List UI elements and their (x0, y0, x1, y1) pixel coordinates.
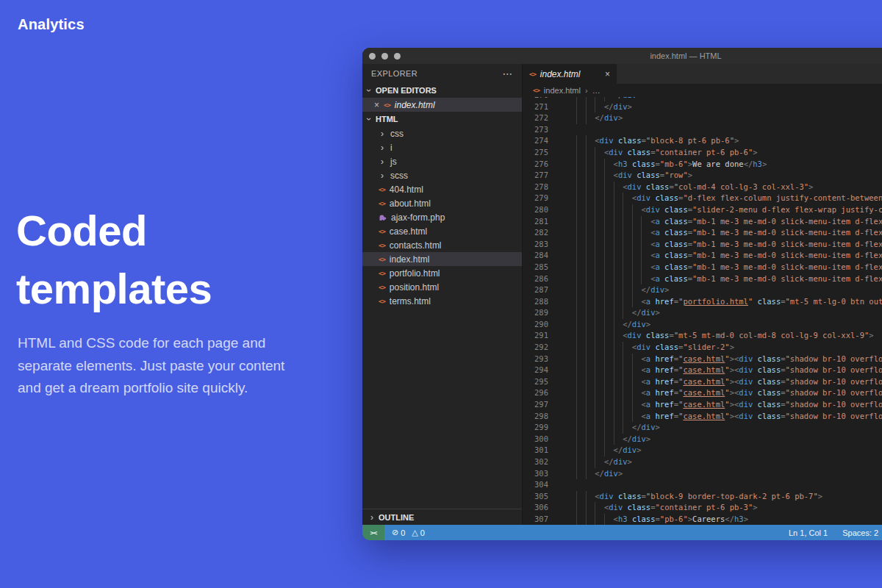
code-line[interactable]: 285<a class="mb-1 me-3 me-md-0 slick-men… (523, 262, 882, 273)
code-line[interactable]: 289</div> (523, 307, 882, 319)
file-item-about-html[interactable]: <>about.html (362, 196, 522, 210)
open-editor-item-index-html[interactable]: × <> index.html (362, 98, 522, 112)
code-line[interactable]: 294<a href="case.html"><div class="shado… (523, 365, 882, 376)
outline-section-header[interactable]: › OUTLINE (362, 509, 522, 525)
code-line[interactable]: 284<a class="mb-1 me-3 me-md-0 slick-men… (523, 250, 882, 262)
file-item-ajax-form-php[interactable]: ajax-form.php (362, 210, 522, 224)
open-editor-file-name: index.html (395, 100, 435, 110)
code-line[interactable]: 300</div> (523, 434, 882, 445)
file-item-terms-html[interactable]: <>terms.html (362, 294, 522, 308)
code-line[interactable]: 281<a class="mb-1 me-3 me-md-0 slick-men… (523, 216, 882, 228)
code-line[interactable]: 295<a href="case.html"><div class="shado… (523, 376, 882, 388)
html-file-icon: <> (384, 101, 390, 109)
html-file-icon: <> (529, 71, 536, 78)
file-name: case.html (390, 226, 427, 237)
line-number: 298 (523, 411, 548, 423)
cursor-position[interactable]: Ln 1, Col 1 (789, 528, 828, 537)
close-tab-icon[interactable]: × (605, 70, 610, 79)
code-text: <a href="case.html"><div class="shadow b… (548, 354, 882, 365)
problems-status[interactable]: ⊘ 0 △ 0 (384, 528, 425, 537)
code-line[interactable]: 298<a href="case.html"><div class="shado… (523, 411, 882, 423)
code-text: <div class="block-9 border-top-dark-2 pt… (548, 491, 822, 503)
code-line[interactable]: 282<a class="mb-1 me-3 me-md-0 slick-men… (523, 227, 882, 239)
code-editor[interactable]: 270</div>271</div>272</div>273274<div cl… (523, 97, 882, 525)
line-number: 281 (523, 216, 548, 228)
code-text: <a href="case.html"><div class="shadow b… (548, 387, 882, 399)
code-line[interactable]: 297<a href="case.html"><div class="shado… (523, 399, 882, 411)
line-number: 303 (523, 468, 548, 480)
code-line[interactable]: 302</div> (523, 456, 882, 468)
code-line[interactable]: 290</div> (523, 319, 882, 331)
close-icon[interactable]: × (374, 101, 379, 110)
line-number: 271 (523, 101, 548, 113)
code-line[interactable]: 287</div> (523, 284, 882, 296)
file-item-scss[interactable]: ›scss (362, 168, 522, 182)
code-line[interactable]: 299</div> (523, 422, 882, 434)
line-number: 278 (523, 182, 548, 193)
code-line[interactable]: 305<div class="block-9 border-top-dark-2… (523, 491, 882, 503)
tab-index-html[interactable]: <> index.html × (523, 64, 617, 84)
code-line[interactable]: 288<a href="portfolio.html" class="mt-5 … (523, 296, 882, 308)
open-editors-section-header[interactable]: › OPEN EDITORS (362, 83, 522, 98)
folder-section-header[interactable]: › HTML (362, 112, 522, 126)
file-item-position-html[interactable]: <>position.html (362, 280, 522, 294)
root-folder-label: HTML (376, 115, 398, 123)
file-item-js[interactable]: ›js (362, 154, 522, 168)
line-number: 304 (523, 479, 548, 491)
code-line[interactable]: 279<div class="d-flex flex-column justif… (523, 193, 882, 204)
code-line[interactable]: 272</div> (523, 112, 882, 124)
code-line[interactable]: 291<div class="mt-5 mt-md-0 col-md-8 col… (523, 330, 882, 342)
file-name: contacts.html (390, 240, 442, 251)
code-line[interactable]: 296<a href="case.html"><div class="shado… (523, 387, 882, 399)
code-line[interactable]: 283<a class="mb-1 me-3 me-md-0 slick-men… (523, 239, 882, 251)
code-line[interactable]: 276<h3 class="mb-6">We are done</h3> (523, 159, 882, 171)
open-editors-label: OPEN EDITORS (376, 86, 437, 95)
remote-indicator[interactable]: >< (362, 525, 384, 540)
code-line[interactable]: 301</div> (523, 445, 882, 456)
file-item-case-html[interactable]: <>case.html (362, 224, 522, 238)
indentation-setting[interactable]: Spaces: 2 (842, 528, 878, 537)
html-file-icon: <> (379, 186, 385, 193)
file-item-index-html[interactable]: <>index.html (362, 252, 522, 266)
code-line[interactable]: 307<h3 class="pb-6">Careers</h3> (523, 514, 882, 525)
code-line[interactable]: 278<div class="col-md-4 col-lg-3 col-xxl… (523, 182, 882, 193)
file-name: position.html (390, 282, 439, 293)
line-number: 284 (523, 250, 548, 262)
file-tree: ›css›i›js›scss<>404.html<>about.htmlajax… (362, 126, 522, 308)
file-item-404-html[interactable]: <>404.html (362, 182, 522, 196)
line-number: 296 (523, 387, 548, 399)
file-item-portfolio-html[interactable]: <>portfolio.html (362, 266, 522, 280)
description-line: and get a dream portfolio site quickly. (18, 377, 334, 400)
warning-count: 0 (420, 528, 425, 537)
code-text (548, 124, 576, 136)
breadcrumb-separator: › (585, 86, 588, 95)
code-text: <h3 class="mb-6">We are done</h3> (548, 159, 767, 171)
code-text: <a class="mb-1 me-3 me-md-0 slick-menu-i… (548, 227, 882, 239)
file-item-i[interactable]: ›i (362, 140, 522, 154)
breadcrumb-more[interactable]: … (592, 86, 600, 95)
chevron-right-icon: › (368, 512, 376, 523)
html-file-icon: <> (379, 200, 385, 207)
code-line[interactable]: 293<a href="case.html"><div class="shado… (523, 354, 882, 365)
line-number: 291 (523, 330, 548, 342)
file-item-css[interactable]: ›css (362, 126, 522, 140)
code-line[interactable]: 280<div class="slider-2-menu d-flex flex… (523, 204, 882, 216)
code-text: </div> (548, 422, 660, 434)
code-line[interactable]: 273 (523, 124, 882, 136)
code-line[interactable]: 277<div class="row"> (523, 170, 882, 182)
code-line[interactable]: 274<div class="block-8 pt-6 pb-6"> (523, 135, 882, 147)
code-text: <div class="block-8 pt-6 pb-6"> (548, 135, 739, 147)
code-line[interactable]: 303</div> (523, 468, 882, 480)
code-line[interactable]: 306<div class="container pt-6 pb-3"> (523, 502, 882, 514)
more-actions-icon[interactable]: ⋯ (503, 70, 513, 77)
file-name: terms.html (390, 296, 431, 306)
breadcrumb-file[interactable]: index.html (544, 86, 581, 95)
code-line[interactable]: 286<a class="mb-1 me-3 me-md-0 slick-men… (523, 273, 882, 285)
code-line[interactable]: 292<div class="slider-2"> (523, 342, 882, 354)
code-line[interactable]: 304 (523, 479, 882, 491)
code-line[interactable]: 271</div> (523, 101, 882, 113)
window-titlebar[interactable]: index.html — HTML (362, 48, 882, 64)
chevron-right-icon: › (379, 171, 386, 181)
code-line[interactable]: 275<div class="container pt-6 pb-6"> (523, 147, 882, 159)
file-item-contacts-html[interactable]: <>contacts.html (362, 238, 522, 252)
